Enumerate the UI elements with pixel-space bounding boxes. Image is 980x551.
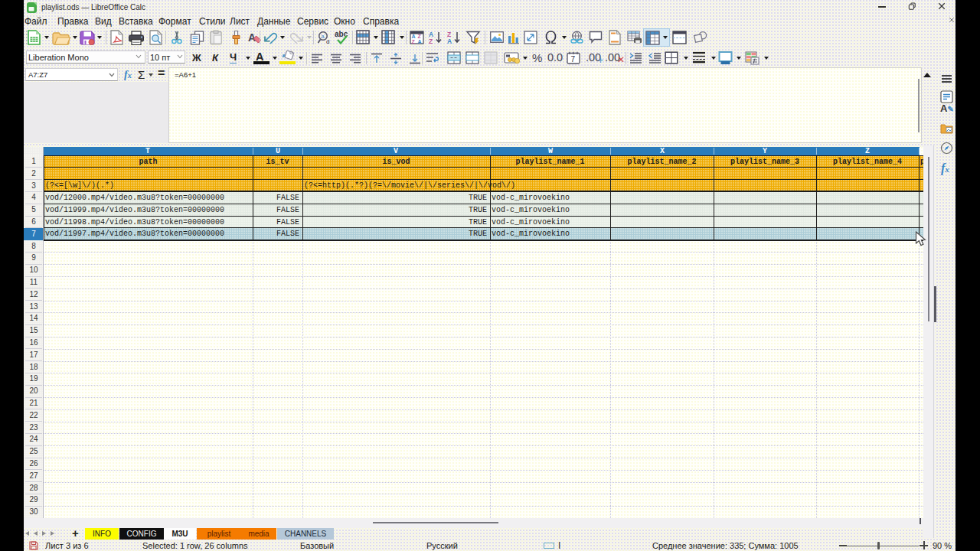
- svg-text:7: 7: [571, 55, 576, 64]
- svg-text:a: a: [322, 34, 325, 39]
- svg-text:A: A: [447, 37, 452, 44]
- svg-text:A: A: [418, 39, 422, 44]
- svg-text:Z: Z: [412, 39, 416, 44]
- svg-text:Z: Z: [429, 37, 433, 44]
- svg-text:d: d: [326, 38, 329, 45]
